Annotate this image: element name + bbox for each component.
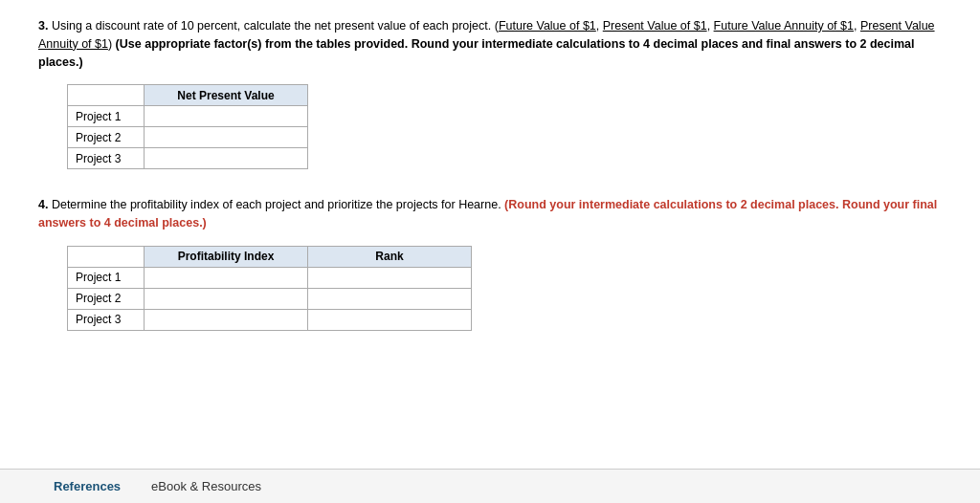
q3-text-part2: ) [108, 37, 116, 51]
q3-link1[interactable]: Future Value of $1 [499, 19, 596, 33]
q4-value-pi-2[interactable] [152, 292, 300, 305]
q3-input-3[interactable] [145, 148, 308, 169]
q4-table: Profitability Index Rank Project 1 Proje… [67, 246, 472, 331]
bottom-tabs-bar: References eBook & Resources [0, 469, 980, 503]
question-3-block: 3. Using a discount rate of 10 percent, … [38, 17, 942, 169]
q3-label-1: Project 1 [68, 106, 145, 127]
q4-input-pi-1[interactable] [145, 267, 308, 288]
q4-value-rank-2[interactable] [316, 292, 463, 305]
q4-input-rank-3[interactable] [308, 309, 472, 330]
q4-value-rank-3[interactable] [316, 313, 463, 326]
q4-input-pi-3[interactable] [145, 309, 308, 330]
question-4-block: 4. Determine the profitability index of … [38, 196, 942, 331]
q3-number: 3. [38, 19, 48, 33]
q4-row-1: Project 1 [68, 267, 472, 288]
q4-header-rank: Rank [308, 246, 472, 267]
q3-input-2[interactable] [145, 127, 308, 148]
q4-value-pi-3[interactable] [152, 313, 300, 326]
q4-input-rank-2[interactable] [308, 288, 472, 309]
q4-number: 4. [38, 198, 48, 211]
q4-row-2: Project 2 [68, 288, 472, 309]
q3-empty-header [68, 85, 145, 106]
q3-label-2: Project 2 [68, 127, 145, 148]
q3-row-1: Project 1 [68, 106, 308, 127]
q3-value-2[interactable] [152, 131, 300, 144]
q4-value-pi-1[interactable] [152, 271, 300, 284]
q4-header-pi: Profitability Index [145, 246, 308, 267]
question-4-text: 4. Determine the profitability index of … [38, 196, 942, 232]
q3-row-2: Project 2 [68, 127, 308, 148]
q4-label-1: Project 1 [68, 267, 145, 288]
question-3-text: 3. Using a discount rate of 10 percent, … [38, 17, 942, 71]
q4-text-part1: Determine the profitability index of eac… [52, 198, 504, 211]
q3-label-3: Project 3 [68, 148, 145, 169]
q3-link3[interactable]: Future Value Annuity of $1 [714, 19, 854, 33]
q3-row-3: Project 3 [68, 148, 308, 169]
tab-ebook[interactable]: eBook & Resources [136, 471, 277, 501]
tab-references[interactable]: References [38, 471, 136, 501]
q3-value-3[interactable] [152, 152, 300, 165]
q4-value-rank-1[interactable] [316, 271, 463, 284]
q3-link2[interactable]: Present Value of $1 [603, 19, 707, 33]
q4-empty-header [68, 246, 145, 267]
q3-comma2: , [707, 19, 714, 33]
q4-label-2: Project 2 [68, 288, 145, 309]
q4-row-3: Project 3 [68, 309, 472, 330]
q4-label-3: Project 3 [68, 309, 145, 330]
q3-comma3: , [854, 19, 860, 33]
q3-text-part1: Using a discount rate of 10 percent, cal… [52, 19, 499, 33]
q3-header-npv: Net Present Value [145, 85, 308, 106]
q4-input-rank-1[interactable] [308, 267, 472, 288]
q3-value-1[interactable] [152, 110, 300, 123]
q4-input-pi-2[interactable] [145, 288, 308, 309]
q3-comma1: , [596, 19, 603, 33]
q3-table: Net Present Value Project 1 Project 2 Pr… [67, 84, 308, 169]
q3-input-1[interactable] [145, 106, 308, 127]
q3-bold-text: (Use appropriate factor(s) from the tabl… [38, 37, 915, 69]
